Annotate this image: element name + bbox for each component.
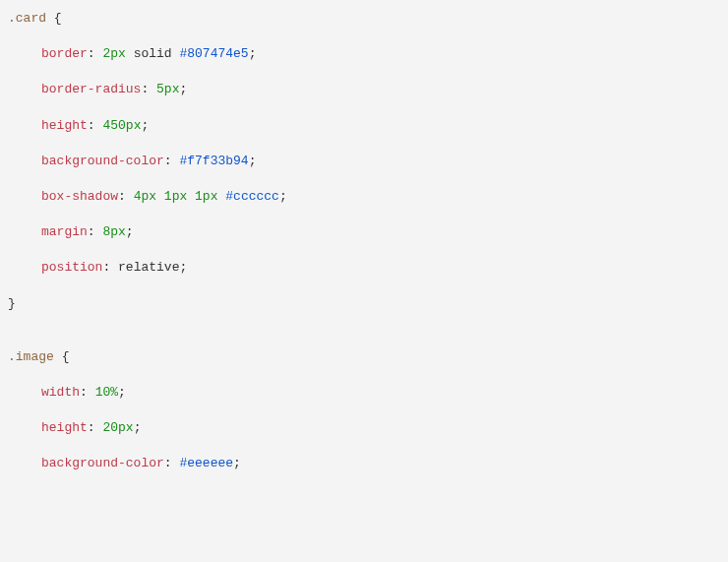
blank-line xyxy=(8,135,728,153)
semicolon: ; xyxy=(179,82,187,96)
semicolon: ; xyxy=(118,385,126,400)
colon: : xyxy=(88,118,103,133)
css-property: width xyxy=(41,385,80,400)
semicolon: ; xyxy=(179,260,187,275)
css-value-token: 1px xyxy=(164,189,187,204)
css-selector: .image xyxy=(8,349,54,364)
css-property: height xyxy=(41,118,88,133)
css-value-token: #f7f33b94 xyxy=(179,154,248,168)
css-property: position xyxy=(41,260,102,275)
declaration-line: border: 2px solid #807474e5; xyxy=(8,45,728,63)
css-value-token: #cccccc xyxy=(225,189,279,204)
blank-line xyxy=(8,278,728,295)
declaration-line: border-radius: 5px; xyxy=(8,81,728,98)
semicolon: ; xyxy=(134,420,142,435)
colon: : xyxy=(88,46,103,61)
blank-line xyxy=(8,99,728,117)
colon: : xyxy=(164,456,180,470)
colon: : xyxy=(141,82,156,96)
blank-line xyxy=(8,402,728,419)
css-value-token xyxy=(187,189,195,204)
css-property: border-radius xyxy=(41,82,141,96)
css-value-token: 8px xyxy=(102,224,125,239)
declaration-line: margin: 8px; xyxy=(8,223,728,241)
css-value-token xyxy=(156,189,164,204)
css-property: background-color xyxy=(41,154,164,168)
blank-line xyxy=(8,170,728,188)
selector-line: .image { xyxy=(8,348,728,366)
declaration-line: height: 450px; xyxy=(8,117,728,135)
css-value-token: 4px xyxy=(134,189,156,204)
css-value-token: #807474e5 xyxy=(179,46,248,61)
css-value-token: solid xyxy=(126,46,180,61)
brace-open: { xyxy=(62,349,70,364)
colon: : xyxy=(102,260,118,275)
colon: : xyxy=(80,385,95,400)
declaration-line: background-color: #eeeeee; xyxy=(8,455,728,472)
colon: : xyxy=(88,420,103,435)
css-selector: .card xyxy=(8,11,46,26)
blank-line xyxy=(8,472,728,490)
brace-close: } xyxy=(8,296,16,311)
css-value-token: 10% xyxy=(95,385,118,400)
blank-line xyxy=(8,331,728,348)
colon: : xyxy=(88,224,103,239)
declaration-line: width: 10%; xyxy=(8,384,728,402)
declaration-line: box-shadow: 4px 1px 1px #cccccc; xyxy=(8,188,728,206)
colon: : xyxy=(118,189,134,204)
declaration-line: position: relative; xyxy=(8,259,728,277)
blank-line xyxy=(8,366,728,384)
semicolon: ; xyxy=(249,154,257,168)
css-value-token: #eeeeee xyxy=(179,456,233,470)
css-value-token: 450px xyxy=(102,118,141,133)
css-value-token: 2px xyxy=(102,46,125,61)
css-property: height xyxy=(41,420,88,435)
css-value-token: relative xyxy=(118,260,179,275)
space xyxy=(54,349,62,364)
css-value-token: 5px xyxy=(156,82,179,96)
semicolon: ; xyxy=(126,224,134,239)
blank-line xyxy=(8,206,728,223)
blank-line xyxy=(8,437,728,455)
colon: : xyxy=(164,154,180,168)
blank-line xyxy=(8,313,728,331)
css-value-token: 20px xyxy=(102,420,133,435)
css-property: box-shadow xyxy=(41,189,118,204)
selector-line: .card { xyxy=(8,10,728,28)
brace-close-line: } xyxy=(8,295,728,313)
semicolon: ; xyxy=(249,46,257,61)
css-property: border xyxy=(41,46,88,61)
css-value-token: 1px xyxy=(195,189,217,204)
semicolon: ; xyxy=(233,456,241,470)
blank-line xyxy=(8,63,728,81)
css-property: margin xyxy=(41,224,88,239)
blank-line xyxy=(8,241,728,259)
css-code-block: .card {border: 2px solid #807474e5;borde… xyxy=(8,10,728,490)
blank-line xyxy=(8,28,728,45)
semicolon: ; xyxy=(141,118,149,133)
declaration-line: height: 20px; xyxy=(8,419,728,437)
declaration-line: background-color: #f7f33b94; xyxy=(8,153,728,170)
css-property: background-color xyxy=(41,456,164,470)
space xyxy=(46,11,54,26)
semicolon: ; xyxy=(279,189,287,204)
brace-open: { xyxy=(54,11,62,26)
